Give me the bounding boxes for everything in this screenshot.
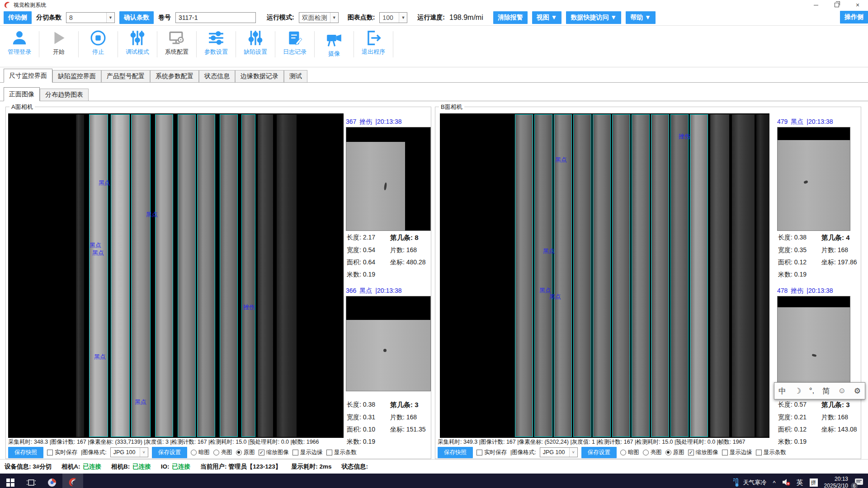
slit-count-combobox[interactable]: 8 ▼ — [66, 12, 115, 23]
realtime-save-checkbox[interactable]: 实时保存 — [476, 449, 507, 456]
chevron-down-icon: ˅ — [569, 448, 577, 457]
operator-side-button[interactable]: 操作侧 — [840, 11, 868, 23]
run-speed-label: 运行速度: — [417, 14, 445, 22]
checkbox-checked-icon: ✓ — [688, 450, 694, 455]
ime-chinese-mode[interactable]: 中 — [778, 386, 786, 396]
start-button[interactable] — [0, 474, 21, 488]
tab-test[interactable]: 测试 — [284, 70, 307, 82]
tab-system-param-config[interactable]: 系统参数配置 — [150, 70, 199, 82]
defect-annotation-label: 黑点 — [555, 156, 567, 164]
stop-button[interactable]: 停止 — [79, 29, 118, 56]
original-image-radio[interactable]: 原图 — [236, 449, 255, 456]
save-settings-button[interactable]: 保存设置 — [152, 447, 187, 458]
tray-expand-chevron[interactable]: ^ — [773, 479, 776, 486]
realtime-save-checkbox[interactable]: 实时保存 — [47, 449, 77, 456]
camera-b-image[interactable]: 挫伤黑点黑点黑点黑点 — [440, 113, 769, 438]
bright-image-radio[interactable]: 亮图 — [643, 449, 662, 456]
command-bar: 传动侧 分切条数 8 ▼ 确认条数 卷号 3117-1 运行模式: 双面检测 ▼… — [0, 10, 868, 26]
clear-alarm-button[interactable]: 清除报警 — [493, 11, 528, 24]
log-record-button[interactable]: 日志记录 — [275, 29, 314, 56]
tab-status-info[interactable]: 状态信息 — [199, 70, 235, 82]
defect-thumbnail[interactable] — [346, 127, 431, 231]
camera-a-panel: A面相机 黑点黑点黑点黑点挫伤黑点黑点 367挫伤|20:13:38 长度: 2… — [5, 107, 431, 459]
tab-defect-monitor[interactable]: 缺陷监控界面 — [52, 70, 101, 82]
image-format-combobox[interactable]: JPG 100 ˅ — [110, 447, 148, 457]
zoom-image-checkbox[interactable]: ✓缩放图像 — [688, 449, 718, 456]
save-settings-button[interactable]: 保存设置 — [581, 447, 617, 458]
strip-region-unbordered — [277, 114, 297, 437]
speaker-muted-icon — [782, 479, 790, 486]
defect-annotation-label: 黑点 — [135, 398, 146, 406]
close-button[interactable]: × — [847, 0, 868, 10]
notification-badge: 6 — [851, 483, 858, 488]
defect-mark — [383, 349, 387, 352]
exit-icon — [365, 29, 382, 47]
defect-settings-button[interactable]: 缺陷设置 — [236, 29, 275, 56]
dark-image-radio[interactable]: 暗图 — [191, 449, 210, 456]
ime-emoji-icon[interactable]: ☺ — [838, 386, 846, 395]
camera-a-image[interactable]: 黑点黑点黑点黑点挫伤黑点黑点 — [8, 113, 344, 438]
defect-header: 366黑点|20:13:38 — [346, 287, 402, 295]
original-image-radio[interactable]: 原图 — [665, 449, 684, 456]
chart-points-combobox[interactable]: 100 ▼ — [379, 12, 407, 23]
tab-edge-data-record[interactable]: 边缘数据记录 — [235, 70, 284, 82]
ime-simplified-mode[interactable]: 简 — [822, 386, 830, 396]
task-view-icon — [27, 478, 36, 487]
save-snapshot-button[interactable]: 保存快照 — [438, 447, 473, 458]
restore-icon — [835, 3, 839, 7]
pinned-app-button[interactable] — [42, 474, 62, 488]
minimize-button[interactable] — [806, 0, 826, 10]
save-snapshot-button[interactable]: 保存快照 — [8, 447, 43, 458]
defect-thumbnail[interactable] — [346, 296, 431, 391]
capture-button[interactable]: 摄像 — [315, 31, 354, 58]
parameter-settings-button[interactable]: 参数设置 — [197, 29, 236, 56]
ime-mode-indicator[interactable]: 拼 — [810, 479, 818, 487]
ime-toolbar: 中 ☽ °, 简 ☺ ⚙ — [774, 382, 865, 399]
defect-annotation-label: 黑点 — [99, 179, 110, 187]
maximize-button[interactable] — [826, 0, 847, 10]
drive-side-button[interactable]: 传动侧 — [4, 11, 32, 24]
weather-widget[interactable]: 天气寒冷 — [733, 478, 767, 487]
show-edges-checkbox[interactable]: 显示边缘 — [292, 449, 323, 456]
close-icon: × — [856, 1, 859, 9]
ime-settings-gear-icon[interactable]: ⚙ — [854, 386, 861, 396]
roll-number-input[interactable]: 3117-1 — [175, 12, 256, 23]
run-mode-combobox[interactable]: 双面检测 ▼ — [299, 12, 339, 23]
language-indicator[interactable]: 英 — [797, 479, 803, 487]
defect-thumbnail[interactable] — [777, 127, 850, 231]
show-strip-count-checkbox[interactable]: 显示条数 — [756, 449, 786, 456]
sliders-horizontal-icon — [208, 29, 225, 47]
confirm-count-button[interactable]: 确认条数 — [119, 11, 154, 24]
bright-image-radio[interactable]: 亮图 — [213, 449, 232, 456]
chevron-down-icon: ▼ — [106, 13, 114, 23]
strip-region-unbordered — [258, 114, 273, 437]
task-view-button[interactable] — [21, 474, 42, 488]
checkbox-icon — [47, 450, 53, 455]
ime-fullwidth-moon-icon[interactable]: ☽ — [794, 386, 801, 396]
run-mode-label: 运行模式: — [267, 14, 294, 22]
admin-login-button[interactable]: 管理登录 — [0, 29, 39, 56]
tab-size-monitor[interactable]: 尺寸监控界面 — [4, 69, 52, 83]
active-app-button[interactable] — [62, 474, 83, 488]
system-config-button[interactable]: 系统配置 — [157, 29, 196, 56]
view-menu-button[interactable]: 视图 ▼ — [532, 11, 562, 24]
notification-center-button[interactable]: 6 — [854, 478, 863, 488]
volume-muted-button[interactable] — [782, 479, 790, 487]
show-strip-count-checkbox[interactable]: 显示条数 — [326, 449, 357, 456]
debug-mode-button[interactable]: 调试模式 — [118, 29, 157, 56]
clock[interactable]: 20:13 2025/2/10 — [824, 476, 848, 488]
dark-image-radio[interactable]: 暗图 — [620, 449, 639, 456]
defect-thumbnail[interactable] — [777, 296, 850, 391]
data-quick-access-menu-button[interactable]: 数据快捷访问 ▼ — [566, 11, 621, 24]
subtab-trend-chart[interactable]: 分布趋势图表 — [40, 89, 89, 101]
show-edges-checkbox[interactable]: 显示边缘 — [722, 449, 752, 456]
ime-punctuation-mode[interactable]: °, — [809, 386, 815, 395]
image-format-combobox[interactable]: JPG 100 ˅ — [540, 447, 578, 457]
help-menu-button[interactable]: 帮助 ▼ — [626, 11, 656, 24]
zoom-image-checkbox[interactable]: ✓缩放图像 — [259, 449, 289, 456]
subtab-front-image[interactable]: 正面图像 — [4, 87, 40, 101]
sliders-vertical-icon — [247, 29, 264, 47]
exit-program-button[interactable]: 退出程序 — [354, 29, 393, 56]
start-button[interactable]: 开始 — [39, 29, 78, 56]
tab-product-model-config[interactable]: 产品型号配置 — [101, 70, 150, 82]
